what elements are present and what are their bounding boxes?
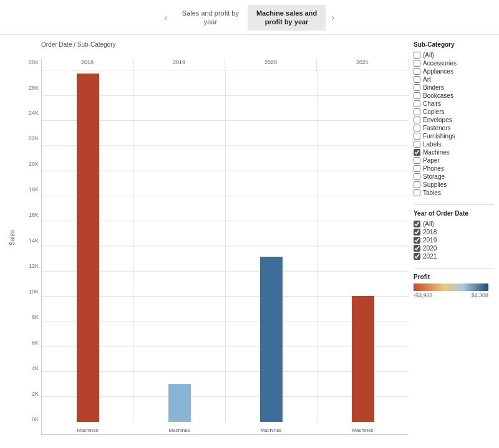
checkbox-year-all[interactable] — [414, 221, 420, 227]
y-axis-label: Sales — [9, 230, 16, 245]
year-filter-title: Year of Order Date — [414, 210, 494, 217]
checkbox-year-2019[interactable] — [414, 237, 420, 244]
checkbox-machines[interactable] — [414, 149, 420, 156]
checkbox-art[interactable] — [414, 76, 420, 83]
filter-item-storage[interactable]: Storage — [414, 173, 494, 181]
x-label-2020: Machines — [225, 427, 317, 433]
filter-item-accessories[interactable]: Accessories — [414, 59, 494, 67]
checkbox-binders[interactable] — [414, 84, 420, 91]
filter-year-all[interactable]: (All) — [414, 220, 494, 228]
filter-item-binders[interactable]: Binders — [414, 83, 494, 92]
checkbox-labels[interactable] — [414, 141, 420, 148]
bars-container — [42, 70, 409, 422]
filter-item-art[interactable]: Art — [414, 75, 494, 83]
filter-item-all[interactable]: (All) — [414, 51, 494, 59]
gradient-bar — [414, 284, 488, 291]
filter-item-chairs[interactable]: Chairs — [414, 100, 494, 108]
filter-item-envelopes[interactable]: Envelopes — [414, 116, 494, 124]
right-panel: Sub-Category (All) Accessories Appliance… — [409, 35, 499, 448]
y-axis: 28K 26K 24K 22K 20K 18K 16K 14K 12K 10K … — [17, 59, 41, 435]
filter-item-bookcases[interactable]: Bookcases — [414, 92, 494, 100]
checkbox-storage[interactable] — [414, 173, 420, 180]
filter-year-2020[interactable]: 2020 — [414, 244, 494, 252]
profit-gradient: -$3,908 $4,308 — [414, 284, 494, 298]
chart-area: Sales Order Date / Sub-Category 28K 26K … — [0, 35, 409, 448]
year-header-row: 2018 2019 2020 2021 — [42, 59, 409, 70]
header-nav: ‹ Sales and profit byyear Machine sales … — [0, 0, 499, 35]
filter-year-2018[interactable]: 2018 — [414, 228, 494, 236]
sub-category-filter: Sub-Category (All) Accessories Appliance… — [414, 41, 494, 197]
filter-item-machines[interactable]: Machines — [414, 148, 494, 156]
chart-title: Order Date / Sub-Category — [41, 41, 409, 48]
checkbox-phones[interactable] — [414, 165, 420, 172]
tab-sales-profit[interactable]: Sales and profit byyear — [173, 5, 248, 31]
checkbox-envelopes[interactable] — [414, 117, 420, 123]
x-label-2018: Machines — [42, 427, 133, 433]
checkbox-tables[interactable] — [414, 189, 420, 196]
profit-filter: Profit -$3,908 $4,308 — [414, 274, 494, 298]
checkbox-year-2020[interactable] — [414, 245, 420, 252]
profit-max-label: $4,308 — [471, 292, 488, 298]
next-arrow[interactable]: › — [326, 8, 341, 27]
year-header-2018: 2018 — [42, 59, 133, 70]
filter-item-supplies[interactable]: Supplies — [414, 181, 494, 189]
checkbox-all[interactable] — [414, 52, 420, 59]
filter-item-paper[interactable]: Paper — [414, 156, 494, 164]
filter-item-tables[interactable]: Tables — [414, 189, 494, 197]
checkbox-copiers[interactable] — [414, 108, 420, 115]
checkbox-bookcases[interactable] — [414, 92, 420, 99]
filter-item-labels[interactable]: Labels — [414, 140, 494, 148]
tab-machine-sales[interactable]: Machine sales andprofit by year — [248, 5, 326, 31]
profit-min-label: -$3,908 — [414, 292, 433, 298]
checkbox-paper[interactable] — [414, 157, 420, 164]
filter-item-phones[interactable]: Phones — [414, 164, 494, 173]
divider-1 — [414, 204, 494, 205]
x-label-2019: Machines — [133, 427, 225, 433]
year-header-2019: 2019 — [133, 59, 225, 70]
gradient-labels: -$3,908 $4,308 — [414, 292, 488, 298]
year-filter: Year of Order Date (All) 2018 2019 2020 … — [414, 210, 494, 260]
checkbox-year-2021[interactable] — [414, 253, 420, 260]
filter-item-appliances[interactable]: Appliances — [414, 67, 494, 75]
bar-2021 — [352, 296, 374, 421]
main-content: Sales Order Date / Sub-Category 28K 26K … — [0, 35, 499, 448]
filter-item-fasteners[interactable]: Fasteners — [414, 124, 494, 132]
year-header-2020: 2020 — [225, 59, 317, 70]
filter-year-2021[interactable]: 2021 — [414, 252, 494, 260]
filter-year-2019[interactable]: 2019 — [414, 236, 494, 244]
filter-item-copiers[interactable]: Copiers — [414, 108, 494, 116]
checkbox-supplies[interactable] — [414, 181, 420, 188]
sub-category-title: Sub-Category — [414, 41, 494, 48]
prev-arrow[interactable]: ‹ — [158, 8, 173, 27]
checkbox-accessories[interactable] — [414, 60, 420, 67]
bar-2020 — [260, 257, 283, 422]
checkbox-furnishings[interactable] — [414, 133, 420, 140]
checkbox-fasteners[interactable] — [414, 125, 420, 131]
plot-area: 2018 2019 2020 2021 — [41, 59, 409, 435]
bar-2018 — [77, 74, 99, 421]
filter-item-furnishings[interactable]: Furnishings — [414, 132, 494, 140]
divider-2 — [414, 268, 494, 269]
checkbox-appliances[interactable] — [414, 68, 420, 75]
x-label-2021: Machines — [317, 427, 409, 433]
checkbox-chairs[interactable] — [414, 100, 420, 107]
bar-2019 — [168, 384, 191, 421]
checkbox-year-2018[interactable] — [414, 229, 420, 236]
year-header-2021: 2021 — [317, 59, 409, 70]
profit-filter-title: Profit — [414, 274, 494, 280]
